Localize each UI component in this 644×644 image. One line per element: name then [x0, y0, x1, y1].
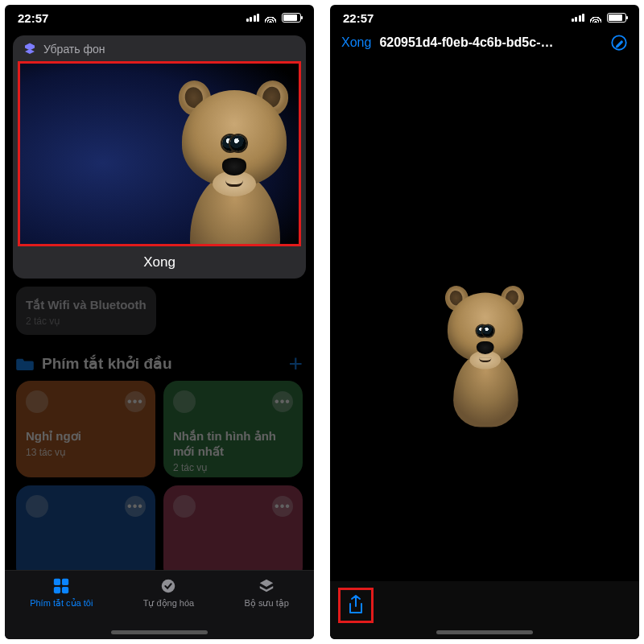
- shortcut-tile-wifi-bt[interactable]: Tắt Wifi và Bluetooth 2 tác vụ: [16, 287, 156, 335]
- grid-icon: [51, 577, 72, 595]
- shortcuts-background: Tắt Wifi và Bluetooth 2 tác vụ Phím tắt …: [5, 279, 314, 582]
- svg-rect-0: [54, 579, 60, 585]
- tab-bar: Phím tắt của tôi Tự động hóa Bộ sưu tập: [5, 570, 314, 639]
- cellular-icon: [246, 14, 260, 22]
- status-time: 22:57: [18, 11, 48, 25]
- home-indicator: [111, 630, 208, 634]
- battery-icon: [282, 13, 301, 23]
- status-time: 22:57: [343, 11, 374, 25]
- section-title: Phím tắt khởi đầu: [42, 354, 172, 373]
- done-button[interactable]: Xong: [13, 246, 306, 270]
- share-button[interactable]: [338, 588, 374, 623]
- tile-title: Nghỉ ngơi: [26, 429, 146, 444]
- tile-subtitle: 13 tác vụ: [26, 447, 66, 458]
- wifi-icon: [589, 13, 602, 23]
- result-card: Убрать фон Xong: [13, 35, 306, 279]
- tab-label: Bộ sưu tập: [245, 598, 289, 609]
- tab-gallery[interactable]: Bộ sưu tập: [245, 577, 289, 609]
- status-bar: 22:57: [5, 5, 314, 31]
- stack-icon: [256, 577, 277, 595]
- more-icon[interactable]: •••: [125, 496, 146, 517]
- more-icon[interactable]: •••: [272, 496, 293, 517]
- status-bar: 22:57: [330, 5, 639, 31]
- more-icon[interactable]: •••: [272, 391, 293, 412]
- more-icon[interactable]: •••: [125, 391, 146, 412]
- svg-rect-1: [62, 579, 68, 585]
- section-header: Phím tắt khởi đầu +: [16, 354, 303, 373]
- image-viewer[interactable]: [330, 61, 639, 581]
- shortcut-tile-4[interactable]: •••: [163, 485, 303, 582]
- folder-icon: [16, 357, 34, 371]
- message-icon: [173, 390, 196, 413]
- tile-title: Nhắn tin hình ảnh mới nhất: [173, 429, 293, 460]
- tile-title: Tắt Wifi và Bluetooth: [26, 298, 147, 312]
- timer-icon: [26, 390, 48, 413]
- tile-subtitle: 2 tác vụ: [173, 462, 208, 473]
- viewer-toolbar: [330, 581, 639, 639]
- shortcut-tile-rest[interactable]: ••• Nghỉ ngơi 13 tác vụ: [16, 381, 155, 477]
- result-preview[interactable]: [18, 61, 301, 246]
- card-title: Убрать фон: [43, 43, 105, 56]
- tab-label: Phím tắt của tôi: [30, 598, 93, 609]
- shortcut-tile-3[interactable]: •••: [16, 485, 155, 582]
- quokka-image: [432, 283, 537, 410]
- card-header: Убрать фон: [13, 35, 306, 61]
- svg-point-4: [162, 580, 175, 593]
- starter-shortcuts-grid: ••• Nghỉ ngơi 13 tác vụ ••• Nhắn tin hìn…: [16, 381, 303, 582]
- svg-rect-3: [62, 587, 68, 593]
- tile-subtitle: 2 tác vụ: [26, 316, 60, 327]
- preview-image: [18, 61, 301, 246]
- highlight-box: [338, 588, 374, 623]
- tab-automation[interactable]: Tự động hóa: [143, 577, 195, 609]
- done-button[interactable]: Xong: [341, 35, 371, 50]
- add-button[interactable]: +: [288, 356, 303, 372]
- photos-icon: [173, 495, 196, 518]
- phone-left-shortcuts: 22:57 Убрать фон: [5, 5, 314, 639]
- shortcut-app-icon: [23, 42, 37, 56]
- file-name: 620951d4-f0eb-4c6b-bd5c-…: [379, 35, 602, 50]
- cellular-icon: [572, 14, 585, 22]
- status-indicators: [572, 13, 627, 23]
- tab-my-shortcuts[interactable]: Phím tắt của tôi: [30, 577, 93, 609]
- home-indicator: [436, 630, 533, 634]
- viewer-top-bar: Xong 620951d4-f0eb-4c6b-bd5c-…: [330, 31, 639, 56]
- phone-right-viewer: 22:57 Xong 620951d4-f0eb-4c6b-bd5c-…: [330, 5, 639, 639]
- tab-label: Tự động hóa: [143, 598, 195, 609]
- waveform-icon: [26, 495, 48, 518]
- battery-icon: [607, 13, 626, 23]
- quokka-image: [161, 76, 301, 246]
- status-indicators: [246, 13, 302, 23]
- shortcut-tile-send-image[interactable]: ••• Nhắn tin hình ảnh mới nhất 2 tác vụ: [163, 381, 303, 477]
- clock-check-icon: [158, 577, 179, 595]
- markup-icon[interactable]: [610, 34, 628, 52]
- wifi-icon: [264, 13, 277, 23]
- svg-rect-2: [54, 587, 60, 593]
